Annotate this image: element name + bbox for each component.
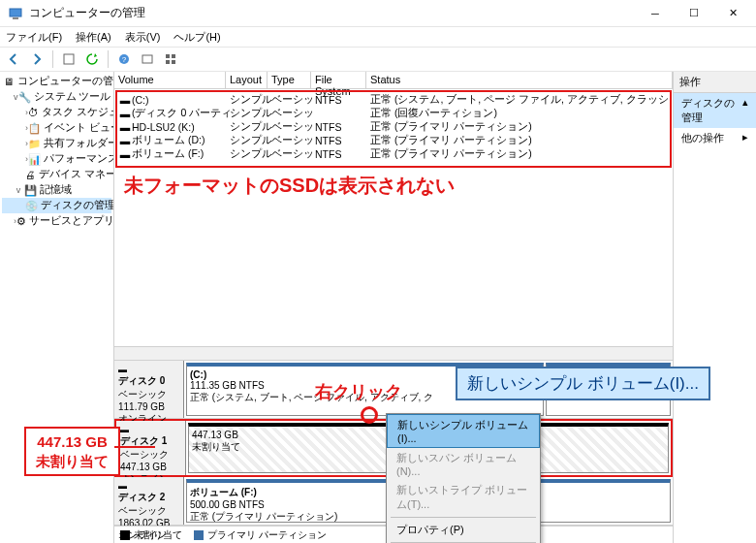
forward-button[interactable] — [27, 49, 47, 69]
actions-diskmgmt[interactable]: ディスクの管理▴ — [674, 93, 756, 128]
tree-root[interactable]: 🖥コンピューターの管理 (ローカル) — [2, 74, 111, 89]
menu-help[interactable]: ヘルプ(H) — [173, 30, 220, 45]
disk-1-header[interactable]: ▬ ディスク 1 ベーシック 447.13 GB オンライン — [116, 421, 186, 475]
chevron-right-icon: ▸ — [742, 131, 748, 145]
disk-0-header[interactable]: ▬ ディスク 0 ベーシック 111.79 GB オンライン — [114, 361, 184, 418]
svg-rect-2 — [64, 54, 74, 64]
chevron-up-icon: ▴ — [742, 96, 748, 125]
tree-event[interactable]: ›📋イベント ビューアー — [2, 120, 111, 136]
refresh-button[interactable] — [82, 49, 102, 69]
tool-button-1[interactable] — [59, 49, 79, 69]
tree-storage[interactable]: v💾記憶域 — [2, 182, 111, 198]
svg-text:?: ? — [122, 55, 127, 64]
svg-rect-1 — [13, 17, 18, 19]
annotation-line — [114, 446, 155, 448]
col-type[interactable]: Type — [268, 72, 311, 88]
vol-row: ▬ボリューム (D:)シンプルベーシックNTFS正常 (プライマリ パーティショ… — [118, 134, 669, 147]
svg-rect-9 — [172, 60, 175, 64]
svg-rect-5 — [142, 55, 152, 63]
actions-header: 操作 — [674, 72, 756, 93]
tree-systools[interactable]: v🔧システム ツール — [2, 89, 111, 105]
app-icon — [8, 6, 23, 21]
ctx-new-span-volume: 新しいスパン ボリューム(N)... — [387, 448, 540, 480]
tool-button-2[interactable] — [138, 49, 157, 69]
maximize-button[interactable]: ☐ — [675, 0, 713, 27]
annotation-unformatted: 未フォーマットのSSDは表示されない — [114, 169, 673, 203]
svg-rect-6 — [166, 54, 170, 58]
tree-perf[interactable]: ›📊パフォーマンス — [2, 151, 111, 167]
tree-shared[interactable]: ›📁共有フォルダー — [2, 136, 111, 151]
menu-file[interactable]: ファイル(F) — [6, 30, 62, 45]
vol-row: ▬ボリューム (F:)シンプルベーシックNTFS正常 (プライマリ パーティショ… — [118, 147, 669, 161]
ctx-properties[interactable]: プロパティ(P) — [387, 520, 540, 540]
volume-header[interactable]: Volume Layout Type File System Status — [114, 72, 673, 89]
window-title: コンピューターの管理 — [29, 5, 636, 21]
volume-list[interactable]: ▬(C:)シンプルベーシックNTFS正常 (システム, ブート, ページ ファイ… — [115, 90, 672, 168]
col-status[interactable]: Status — [366, 72, 673, 88]
menubar: ファイル(F) 操作(A) 表示(V) ヘルプ(H) — [0, 27, 756, 47]
col-volume[interactable]: Volume — [114, 72, 226, 88]
toolbar: ? — [0, 47, 756, 72]
close-button[interactable]: ✕ — [713, 0, 752, 27]
col-layout[interactable]: Layout — [226, 72, 268, 88]
vol-row: ▬(ディスク 0 パーティション 2)シンプルベーシック正常 (回復パーティショ… — [118, 107, 669, 120]
legend-primary: プライマリ パーティション — [194, 528, 327, 542]
tree-devmgr[interactable]: 🖨デバイス マネージャー — [2, 167, 111, 182]
tree-task[interactable]: ›⏱タスク スケジューラ — [2, 105, 111, 120]
vol-row: ▬HD-LSU2 (K:)シンプルベーシックNTFS正常 (プライマリ パーティ… — [118, 120, 669, 134]
legend-unalloc: 未割り当て — [120, 528, 182, 542]
titlebar: コンピューターの管理 ─ ☐ ✕ — [0, 0, 756, 27]
hscroll[interactable] — [114, 346, 673, 360]
back-button[interactable] — [4, 49, 23, 69]
tree-services[interactable]: ›⚙サービスとアプリケーション — [2, 213, 111, 229]
context-menu: 新しいシンプル ボリューム(I)... 新しいスパン ボリューム(N)... 新… — [386, 413, 541, 543]
menu-view[interactable]: 表示(V) — [125, 30, 161, 45]
ctx-new-simple-volume[interactable]: 新しいシンプル ボリューム(I)... — [387, 414, 540, 448]
disk-2-header[interactable]: ▬ ディスク 2 ベーシック 1863.02 GB オンライン — [114, 477, 184, 525]
svg-rect-0 — [10, 9, 21, 16]
annotation-click-target — [361, 406, 378, 424]
actions-pane: 操作 ディスクの管理▴ 他の操作▸ — [673, 72, 756, 543]
tree-diskmgmt[interactable]: 💿ディスクの管理 — [2, 198, 111, 213]
menu-action[interactable]: 操作(A) — [76, 30, 111, 45]
actions-more[interactable]: 他の操作▸ — [674, 128, 756, 148]
help-button[interactable]: ? — [114, 49, 134, 69]
col-fs[interactable]: File System — [311, 72, 366, 88]
annotation-rightclick: 右クリック — [315, 380, 402, 403]
callout-new-simple: 新しいシンプル ボリューム(I)... — [456, 367, 710, 400]
minimize-button[interactable]: ─ — [636, 0, 675, 27]
svg-rect-8 — [166, 60, 170, 64]
svg-rect-7 — [172, 54, 175, 58]
tool-button-3[interactable] — [161, 49, 180, 69]
vol-row: ▬(C:)シンプルベーシックNTFS正常 (システム, ブート, ページ ファイ… — [118, 93, 669, 107]
callout-unallocated: 447.13 GB 未割り当て — [24, 427, 120, 476]
ctx-new-stripe-volume: 新しいストライプ ボリューム(T)... — [387, 480, 540, 515]
